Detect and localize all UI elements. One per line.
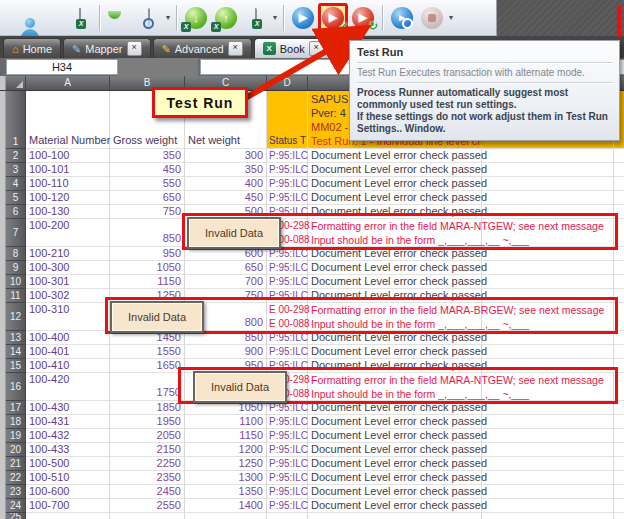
- row-number[interactable]: 20: [6, 443, 26, 457]
- cell-empty[interactable]: [614, 345, 624, 359]
- cell-status[interactable]: P:95:ILC: [267, 177, 308, 191]
- close-icon[interactable]: ×: [127, 41, 142, 56]
- cell-empty[interactable]: [614, 429, 624, 443]
- cell-material[interactable]: 100-101: [26, 163, 110, 177]
- row-number[interactable]: 7: [6, 219, 26, 247]
- row-number[interactable]: 14: [6, 345, 26, 359]
- cell-status[interactable]: P:95:ILC: [267, 429, 308, 443]
- cell-empty[interactable]: [614, 261, 624, 275]
- column-header-A[interactable]: A: [26, 76, 110, 90]
- cell-material[interactable]: 100-310: [26, 303, 110, 331]
- cell-net-weight[interactable]: 400: [185, 177, 267, 191]
- row-number[interactable]: 2: [6, 149, 26, 163]
- cell-empty[interactable]: [482, 275, 614, 289]
- row-number[interactable]: 6: [6, 205, 26, 219]
- cell-material[interactable]: 100-500: [26, 457, 110, 471]
- cell-empty[interactable]: [614, 443, 624, 457]
- row-number[interactable]: 5: [6, 191, 26, 205]
- cell-gross-weight[interactable]: 950: [110, 247, 185, 261]
- cell-material[interactable]: 100-110: [26, 177, 110, 191]
- cell-gross-weight[interactable]: 550: [110, 177, 185, 191]
- user-button[interactable]: [5, 3, 35, 33]
- tab-book[interactable]: XBook×: [254, 38, 333, 58]
- cell-header-status[interactable]: Status T: [267, 91, 308, 149]
- cell-material[interactable]: 100-431: [26, 415, 110, 429]
- cell-empty[interactable]: [482, 191, 614, 205]
- cell-material[interactable]: 100-410: [26, 359, 110, 373]
- cell-material[interactable]: 100-130: [26, 205, 110, 219]
- cell-status[interactable]: P:95:ILC: [267, 163, 308, 177]
- cell-gross-weight[interactable]: 2150: [110, 443, 185, 457]
- cell-empty[interactable]: [614, 415, 624, 429]
- cell-material[interactable]: 100-510: [26, 471, 110, 485]
- row-number[interactable]: 16: [6, 373, 26, 401]
- row-number[interactable]: 9: [6, 261, 26, 275]
- cell-empty[interactable]: [614, 471, 624, 485]
- cell-gross-weight[interactable]: 450: [110, 163, 185, 177]
- cell-empty[interactable]: [482, 457, 614, 471]
- cell-material[interactable]: 100-100: [26, 149, 110, 163]
- cell-empty[interactable]: [482, 345, 614, 359]
- cell-gross-weight[interactable]: 1650: [110, 359, 185, 373]
- cell-message[interactable]: Document Level error check passed: [308, 471, 482, 485]
- cell-material[interactable]: 100-700: [26, 499, 110, 513]
- dropdown-caret-icon[interactable]: ▾: [273, 13, 277, 22]
- cell-message[interactable]: Document Level error check passed: [308, 191, 482, 205]
- cell-net-weight[interactable]: 300: [185, 149, 267, 163]
- row-number[interactable]: 24: [6, 499, 26, 513]
- cell-net-weight[interactable]: 1400: [185, 499, 267, 513]
- cell-gross-weight[interactable]: 2250: [110, 457, 185, 471]
- column-header-D[interactable]: D: [267, 76, 308, 90]
- cell-material[interactable]: 100-400: [26, 331, 110, 345]
- row-number[interactable]: 11: [6, 289, 26, 303]
- cell-empty[interactable]: [185, 513, 267, 519]
- cell-material[interactable]: 100-430: [26, 401, 110, 415]
- cell-empty[interactable]: [614, 499, 624, 513]
- cell-gross-weight[interactable]: 350: [110, 149, 185, 163]
- cell-message[interactable]: Document Level error check passed: [308, 457, 482, 471]
- cell-empty[interactable]: [614, 485, 624, 499]
- cell-status[interactable]: P:95:ILC: [267, 191, 308, 205]
- cell-message[interactable]: Document Level error check passed: [308, 415, 482, 429]
- cell-status[interactable]: P:95:ILC: [267, 471, 308, 485]
- row-number[interactable]: 23: [6, 485, 26, 499]
- cell-gross-weight[interactable]: 1150: [110, 275, 185, 289]
- cell-gross-weight[interactable]: 2550: [110, 499, 185, 513]
- test-run-button[interactable]: ▶✓: [318, 3, 348, 33]
- cell-material[interactable]: 100-433: [26, 443, 110, 457]
- cell-material[interactable]: 100-302: [26, 289, 110, 303]
- cell-empty[interactable]: [614, 149, 624, 163]
- cell-status[interactable]: P:95:ILC: [267, 499, 308, 513]
- cell-empty[interactable]: [482, 485, 614, 499]
- excel-template-button[interactable]: X: [65, 3, 95, 33]
- row-number[interactable]: 15: [6, 359, 26, 373]
- cell-empty[interactable]: [482, 499, 614, 513]
- select-all-corner[interactable]: [6, 76, 26, 90]
- cell-gross-weight[interactable]: 2450: [110, 485, 185, 499]
- cell-message[interactable]: Document Level error check passed: [308, 149, 482, 163]
- close-icon[interactable]: ×: [309, 41, 324, 56]
- cell-empty[interactable]: [614, 177, 624, 191]
- cell-net-weight[interactable]: 900: [185, 345, 267, 359]
- cell-empty[interactable]: [614, 457, 624, 471]
- row-number[interactable]: 12: [6, 303, 26, 331]
- cell-empty[interactable]: [614, 275, 624, 289]
- cell-empty[interactable]: [308, 513, 482, 519]
- cell-status[interactable]: P:95:ILC: [267, 485, 308, 499]
- row-number[interactable]: 1: [6, 91, 26, 149]
- upload-to-sap-button[interactable]: ↑X: [211, 3, 241, 33]
- cell-empty[interactable]: [482, 443, 614, 457]
- record-button[interactable]: [417, 3, 447, 33]
- cell-net-weight[interactable]: 700: [185, 275, 267, 289]
- row-number[interactable]: 10: [6, 275, 26, 289]
- export-button[interactable]: X: [241, 3, 271, 33]
- cell-material[interactable]: 100-600: [26, 485, 110, 499]
- cell-message[interactable]: Document Level error check passed: [308, 443, 482, 457]
- dropdown-caret-icon[interactable]: ▾: [166, 13, 170, 22]
- cell-empty[interactable]: [482, 415, 614, 429]
- chart-button[interactable]: [104, 3, 134, 33]
- cell-material[interactable]: 100-300: [26, 261, 110, 275]
- cell-gross-weight[interactable]: 750: [110, 205, 185, 219]
- cell-net-weight[interactable]: 1250: [185, 457, 267, 471]
- cell-status[interactable]: P:95:ILC: [267, 457, 308, 471]
